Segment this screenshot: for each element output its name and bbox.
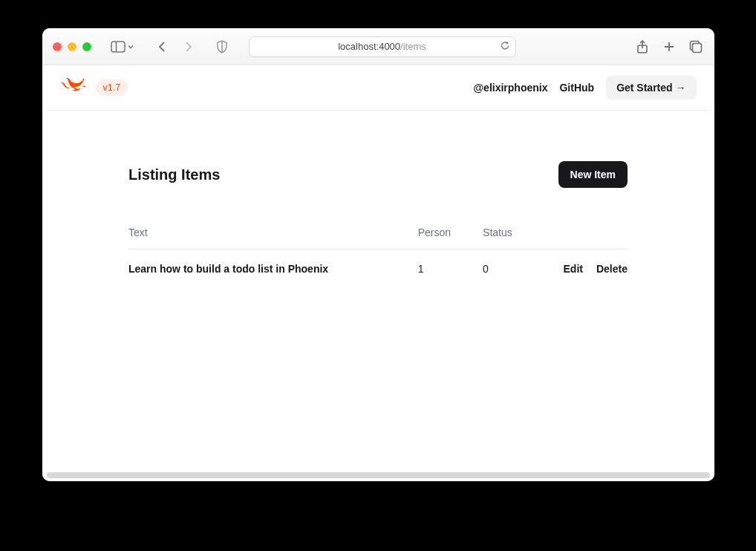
page-viewport: v1.7 @elixirphoenix GitHub Get Started →… bbox=[42, 65, 714, 481]
forward-button[interactable] bbox=[177, 36, 198, 57]
tab-overview-button[interactable] bbox=[688, 39, 704, 55]
address-path: /items bbox=[400, 41, 426, 52]
reload-button[interactable] bbox=[501, 41, 509, 53]
sidebar-toggle-button[interactable] bbox=[106, 38, 139, 56]
tabs-icon bbox=[689, 40, 703, 53]
maximize-window-button[interactable] bbox=[82, 42, 91, 51]
close-window-button[interactable] bbox=[53, 42, 62, 51]
browser-window: localhost:4000/items bbox=[42, 28, 714, 481]
items-table: Text Person Status Learn how to build a … bbox=[128, 226, 628, 288]
new-tab-button[interactable] bbox=[661, 39, 677, 55]
github-link[interactable]: GitHub bbox=[559, 82, 594, 94]
share-button[interactable] bbox=[634, 39, 651, 55]
get-started-button[interactable]: Get Started → bbox=[606, 76, 696, 100]
col-text: Text bbox=[128, 226, 418, 250]
content-header: Listing Items New Item bbox=[128, 161, 628, 188]
privacy-shield-button[interactable] bbox=[212, 40, 232, 53]
chevron-down-icon bbox=[127, 43, 134, 50]
plus-icon bbox=[663, 41, 675, 53]
twitter-link[interactable]: @elixirphoenix bbox=[473, 82, 547, 94]
col-person: Person bbox=[418, 226, 483, 250]
main-content: Listing Items New Item Text Person Statu… bbox=[128, 161, 628, 318]
col-actions bbox=[547, 226, 628, 250]
version-badge: v1.7 bbox=[96, 79, 128, 96]
horizontal-scrollbar[interactable] bbox=[47, 472, 710, 478]
row-actions: Edit Delete bbox=[547, 263, 628, 275]
svg-rect-0 bbox=[111, 42, 125, 52]
chevron-left-icon bbox=[157, 41, 168, 53]
shield-icon bbox=[216, 40, 228, 53]
col-status: Status bbox=[483, 226, 547, 250]
titlebar: localhost:4000/items bbox=[42, 28, 714, 65]
cell-text: Learn how to build a todo list in Phoeni… bbox=[128, 250, 418, 289]
page-title: Listing Items bbox=[128, 166, 220, 183]
minimize-window-button[interactable] bbox=[68, 42, 76, 51]
share-icon bbox=[636, 40, 648, 53]
phoenix-icon bbox=[60, 78, 85, 94]
window-controls bbox=[53, 42, 91, 51]
new-item-button[interactable]: New Item bbox=[558, 161, 628, 188]
cell-status: 0 bbox=[483, 250, 547, 289]
edit-link[interactable]: Edit bbox=[564, 263, 583, 275]
address-host: localhost:4000 bbox=[338, 41, 400, 52]
phoenix-logo[interactable] bbox=[60, 78, 85, 97]
nav-arrows bbox=[152, 36, 198, 57]
table-header-row: Text Person Status bbox=[128, 226, 628, 250]
table-row[interactable]: Learn how to build a todo list in Phoeni… bbox=[128, 250, 628, 289]
site-header: v1.7 @elixirphoenix GitHub Get Started → bbox=[45, 65, 711, 111]
address-bar[interactable]: localhost:4000/items bbox=[249, 36, 516, 57]
delete-link[interactable]: Delete bbox=[596, 263, 628, 275]
sidebar-icon bbox=[111, 41, 126, 53]
reload-icon bbox=[501, 41, 509, 50]
back-button[interactable] bbox=[152, 36, 173, 57]
svg-rect-7 bbox=[692, 43, 701, 52]
header-links: @elixirphoenix GitHub Get Started → bbox=[473, 76, 696, 100]
cell-person: 1 bbox=[418, 250, 483, 289]
chevron-right-icon bbox=[183, 41, 193, 53]
toolbar-right bbox=[634, 39, 704, 55]
